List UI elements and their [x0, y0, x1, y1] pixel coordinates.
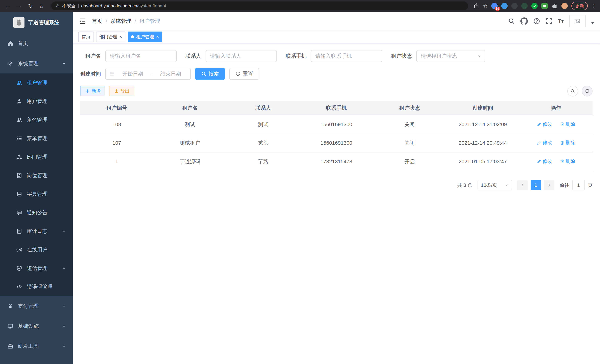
- column-status: 租户状态: [373, 101, 446, 115]
- extension-badge: 10: [495, 7, 500, 10]
- sidebar-toggle-icon[interactable]: [79, 18, 86, 25]
- breadcrumb-home[interactable]: 首页: [92, 18, 103, 25]
- sidebar-item-sms-management[interactable]: 短信管理: [0, 259, 73, 278]
- extension-icon-5[interactable]: [531, 3, 538, 9]
- sidebar-item-online-users[interactable]: 在线用户: [0, 241, 73, 259]
- goto-page-input[interactable]: [572, 180, 585, 190]
- phone-input[interactable]: [311, 50, 382, 62]
- browser-refresh-button[interactable]: ↻: [26, 1, 35, 10]
- browser-home-button[interactable]: ⌂: [37, 1, 46, 10]
- sidebar-item-user-management[interactable]: 用户管理: [0, 92, 73, 111]
- browser-update-button[interactable]: 更新: [572, 2, 588, 10]
- sidebar-item-menu-management[interactable]: 菜单管理: [0, 129, 73, 148]
- sidebar-item-dev-tools[interactable]: 研发工具: [0, 336, 73, 356]
- users-icon: [16, 117, 22, 123]
- browser-forward-button[interactable]: →: [15, 1, 24, 10]
- fullscreen-icon[interactable]: [546, 18, 552, 25]
- delete-link[interactable]: 删除: [560, 158, 575, 165]
- cell-phone: 17321315478: [300, 152, 373, 171]
- phone-label: 联系手机: [286, 53, 307, 60]
- browser-back-button[interactable]: ←: [4, 1, 13, 10]
- github-icon[interactable]: [520, 18, 528, 25]
- share-icon[interactable]: [473, 3, 479, 9]
- sidebar-item-tenant-management[interactable]: 租户管理: [0, 74, 73, 92]
- page-size-select[interactable]: 10条/页: [478, 180, 512, 190]
- trash-icon: [560, 140, 564, 145]
- page-number-button[interactable]: 1: [531, 180, 541, 190]
- edit-icon: [537, 159, 542, 164]
- export-button[interactable]: 导出: [109, 86, 134, 96]
- sidebar-item-role-management[interactable]: 角色管理: [0, 111, 73, 129]
- extension-icon-2[interactable]: [501, 3, 508, 9]
- sidebar-item-error-code[interactable]: 错误码管理: [0, 278, 73, 296]
- search-icon[interactable]: [508, 18, 515, 25]
- close-icon[interactable]: ×: [120, 35, 122, 39]
- refresh-table-button[interactable]: [582, 86, 593, 96]
- tab-label: 首页: [82, 34, 91, 40]
- toggle-search-button[interactable]: [567, 86, 578, 96]
- bookmark-star-icon[interactable]: ☆: [483, 3, 488, 9]
- breadcrumb-system[interactable]: 系统管理: [111, 18, 131, 25]
- prev-page-button[interactable]: [517, 180, 528, 190]
- sidebar-item-system-management[interactable]: 系统管理: [0, 53, 73, 74]
- sidebar-item-payment[interactable]: 支付管理: [0, 296, 73, 316]
- sidebar-item-audit-log[interactable]: 审计日志: [0, 222, 73, 241]
- reset-button[interactable]: 重置: [229, 68, 259, 80]
- contact-input[interactable]: [206, 50, 277, 62]
- browser-menu-icon[interactable]: ⋮: [591, 3, 596, 9]
- calendar-icon: [110, 71, 115, 76]
- tenant-name-input[interactable]: [105, 50, 177, 62]
- edit-link[interactable]: 修改: [537, 158, 552, 165]
- cell-actions: 修改 删除: [519, 115, 593, 134]
- date-start-placeholder: 开始日期: [117, 70, 149, 77]
- cell-created: 2021-01-05 17:03:47: [446, 152, 519, 171]
- extension-icon-3[interactable]: [511, 3, 518, 9]
- help-icon[interactable]: [533, 18, 540, 25]
- tab-dept-management[interactable]: 部门管理 ×: [96, 32, 125, 42]
- goto-label: 前往: [560, 182, 569, 188]
- add-button[interactable]: 新增: [80, 86, 105, 96]
- add-button-label: 新增: [92, 88, 101, 94]
- browser-chrome: ← → ↻ ⌂ ⚠ 不安全 dashboard.yudao.iocoder.cn…: [0, 0, 600, 12]
- avatar[interactable]: [569, 15, 586, 27]
- tab-tenant-management[interactable]: 租户管理 ×: [128, 32, 162, 42]
- column-tenant-id: 租户编号: [80, 101, 153, 115]
- cell-phone: 15601691300: [300, 115, 373, 134]
- date-range-input[interactable]: 开始日期 - 结束日期: [105, 68, 191, 80]
- close-icon[interactable]: ×: [156, 35, 159, 39]
- delete-link[interactable]: 删除: [560, 121, 575, 127]
- logo-link[interactable]: 芋道管理系统: [0, 12, 73, 33]
- edit-link[interactable]: 修改: [537, 140, 552, 146]
- badge-icon: [16, 173, 22, 178]
- sidebar-item-dept-management[interactable]: 部门管理: [0, 148, 73, 166]
- delete-link[interactable]: 删除: [560, 140, 575, 146]
- chevron-down-icon: [505, 183, 509, 187]
- active-tab-dot: [131, 35, 134, 38]
- plus-icon: [85, 88, 90, 94]
- sidebar-item-post-management[interactable]: 岗位管理: [0, 166, 73, 185]
- date-end-placeholder: 结束日期: [155, 70, 187, 77]
- browser-address-bar[interactable]: ⚠ 不安全 dashboard.yudao.iocoder.cn/system/…: [51, 1, 468, 10]
- extensions-puzzle-icon[interactable]: [551, 3, 558, 9]
- extension-icon-1[interactable]: 10: [491, 3, 497, 9]
- search-button[interactable]: 搜索: [195, 68, 225, 80]
- shield-icon: [16, 265, 22, 271]
- extension-icon-4[interactable]: [521, 3, 528, 9]
- extension-icon-6[interactable]: [541, 3, 548, 9]
- sidebar-item-label: 审计日志: [27, 228, 47, 235]
- next-page-button[interactable]: [544, 180, 554, 190]
- sidebar-item-dict-management[interactable]: 字典管理: [0, 185, 73, 203]
- cell-created: 2021-12-14 20:49:44: [446, 134, 519, 152]
- sidebar-item-infrastructure[interactable]: 基础设施: [0, 316, 73, 336]
- font-size-icon[interactable]: TT: [558, 18, 564, 24]
- sidebar-item-home[interactable]: 首页: [0, 33, 73, 53]
- sidebar-item-notice[interactable]: 通知公告: [0, 203, 73, 222]
- status-select[interactable]: [416, 50, 485, 62]
- chevron-down-icon: [62, 229, 66, 233]
- avatar-dropdown-caret[interactable]: [591, 22, 594, 24]
- cell-tenant-name: 测试租户: [153, 134, 227, 152]
- sidebar-item-label: 岗位管理: [27, 172, 47, 179]
- tab-home[interactable]: 首页: [78, 32, 94, 42]
- browser-profile-avatar[interactable]: [562, 3, 568, 9]
- edit-link[interactable]: 修改: [537, 121, 552, 127]
